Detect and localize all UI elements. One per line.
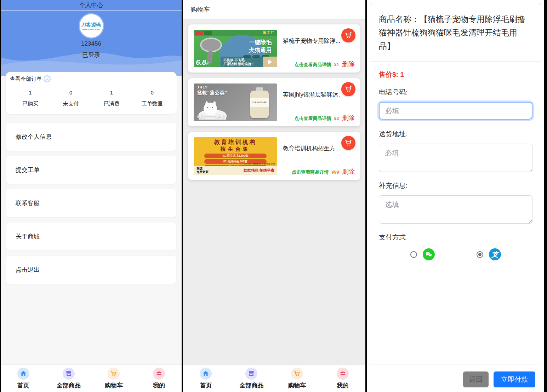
cart-icon	[108, 368, 120, 380]
phone-label: 电话号码:	[379, 88, 532, 97]
menu-item-about-mall[interactable]: 关于商城	[6, 223, 176, 250]
product-name: 商品名称：【猫梳子宠物专用除浮毛刷撸猫神器针梳狗狗猫咪毛发清理开结毛用品】	[370, 3, 541, 62]
cart-list: 淘工厂 一键除毛 犬猫通用 6.8起 不伤肤 不飞毛 厂家让利 限时疯抢！	[183, 19, 365, 186]
alipay-option: 支	[456, 248, 522, 260]
cart-panel: 购物车 淘工厂 一键除毛 犬猫通用 6.8起 不伤肤 不飞毛	[183, 0, 365, 392]
cart-badge-icon	[341, 28, 355, 42]
profile-hero: 刀客源码 www.dkewl.com 123456 已登录	[1, 11, 182, 76]
profile-header: 个人中心	[1, 0, 182, 11]
tab-mine[interactable]: 我的	[320, 368, 365, 390]
delete-button[interactable]: 删除	[342, 167, 355, 176]
address-textarea[interactable]	[379, 144, 532, 172]
profile-panel: 个人中心 刀客源码 www.dkewl.com 123456 已登录 查看全部订…	[1, 0, 182, 392]
pay-now-button[interactable]: 立即付款	[494, 371, 535, 387]
view-detail-link[interactable]: 点击查看商品详情	[295, 62, 331, 68]
cart-item-shampoo: JHLY 拯救“蒲公英” CLEAN&CARE 挑战——不掉毛！ 英国jhly银…	[188, 78, 360, 126]
extra-info-textarea[interactable]	[379, 195, 532, 224]
cart-item-education: 教育培训机构 招生合集 01.招生话术1290套 02.地推招生368套 03.…	[188, 132, 360, 180]
cart-badge-icon	[341, 136, 355, 150]
orders-arrow-icon: →	[44, 75, 51, 82]
promo-badge	[195, 31, 203, 35]
cart-icon	[291, 368, 303, 380]
home-icon	[17, 368, 29, 380]
item-price: ¥99	[331, 169, 339, 175]
orders-link-label: 查看全部订单	[10, 76, 42, 82]
phone-input[interactable]	[379, 102, 532, 120]
alipay-radio[interactable]	[477, 251, 483, 258]
stat-unpaid: 0 未支付	[51, 90, 91, 107]
cart-header: 购物车	[183, 0, 365, 19]
delete-button[interactable]: 删除	[342, 60, 355, 68]
profile-menu: 修改个人信息 提交工单 联系客服 关于商城 点击退出	[6, 123, 176, 284]
checkout-panel: 商品名称：【猫梳子宠物专用除浮毛刷撸猫神器针梳狗狗猫咪毛发清理开结毛用品】 售价…	[367, 0, 544, 392]
product-image-cat: JHLY 拯救“蒲公英” CLEAN&CARE 挑战——不掉毛！	[194, 83, 277, 121]
product-image-education: 教育培训机构 招生合集 01.招生话术1290套 02.地推招生368套 03.…	[194, 137, 277, 175]
tab-cart[interactable]: 购物车	[91, 368, 137, 390]
stat-tickets: 0 工单数量	[132, 90, 172, 107]
item-price: ¥2	[334, 116, 339, 121]
cart-title: 购物车	[191, 5, 210, 14]
brush-illustration	[200, 38, 222, 52]
username: 123456	[81, 40, 101, 47]
tabbar: 首页 全部商品 购物车 我的	[183, 364, 365, 392]
wechat-pay-icon[interactable]	[423, 248, 435, 260]
user-icon	[337, 368, 349, 380]
delete-button[interactable]: 删除	[342, 114, 355, 122]
promo-badge	[204, 31, 212, 35]
page-title: 个人中心	[79, 1, 103, 9]
cart-item-brush: 淘工厂 一键除毛 犬猫通用 6.8起 不伤肤 不飞毛 厂家让利 限时疯抢！	[188, 24, 360, 73]
menu-item-submit-ticket[interactable]: 提交工单	[6, 156, 176, 184]
wave-decoration	[1, 42, 182, 76]
home-icon	[200, 368, 212, 380]
view-detail-link[interactable]: 点击查看商品详情	[292, 169, 329, 175]
menu-item-contact-support[interactable]: 联系客服	[6, 189, 176, 217]
checkout-footer: 返回 立即付款	[370, 364, 541, 392]
tab-all-products[interactable]: 全部商品	[46, 368, 91, 390]
stats-row: 1 已购买 0 未支付 1 已消费 0 工单数量	[10, 90, 172, 107]
stat-consumed: 1 已消费	[91, 90, 132, 107]
cat-illustration	[204, 103, 217, 115]
avatar-logo-url: www.dkewl.com	[82, 28, 100, 30]
tab-home[interactable]: 首页	[1, 368, 46, 390]
shop-icon	[245, 368, 257, 380]
menu-item-edit-profile[interactable]: 修改个人信息	[6, 123, 176, 151]
tabbar: 首页 全部商品 购物车 我的	[1, 364, 182, 392]
tab-all-products[interactable]: 全部商品	[229, 368, 274, 390]
wechat-radio[interactable]	[410, 251, 417, 258]
menu-item-logout[interactable]: 点击退出	[6, 256, 176, 284]
wechat-pay-option	[389, 248, 456, 260]
app-root: 个人中心 刀客源码 www.dkewl.com 123456 已登录 查看全部订…	[0, 0, 547, 392]
alipay-icon[interactable]: 支	[489, 248, 501, 260]
login-status: 已登录	[82, 51, 100, 59]
product-image-brush: 淘工厂 一键除毛 犬猫通用 6.8起 不伤肤 不飞毛 厂家让利 限时疯抢！	[194, 30, 277, 67]
item-price: ¥1	[334, 62, 339, 67]
extra-info-label: 补充信息:	[379, 181, 532, 190]
orders-stats-card: 查看全部订单 → 1 已购买 0 未支付 1 已消费 0 工单数量	[6, 72, 177, 114]
view-detail-link[interactable]: 点击查看商品详情	[295, 115, 331, 122]
cart-item-title: 猫梳子宠物专用除浮...	[283, 37, 340, 45]
shop-icon	[63, 368, 75, 380]
tab-mine[interactable]: 我的	[136, 368, 182, 390]
tab-cart[interactable]: 购物车	[274, 368, 320, 390]
cart-badge-icon	[341, 82, 355, 96]
payment-options: 支	[379, 248, 532, 260]
stat-purchased: 1 已购买	[10, 90, 51, 107]
cart-item-title: 英国jhly银渐层猫咪沐...	[283, 91, 340, 99]
tab-home[interactable]: 首页	[183, 368, 229, 390]
avatar-logo-text: 刀客源码	[81, 22, 101, 28]
avatar: 刀客源码 www.dkewl.com	[80, 14, 103, 38]
user-icon	[153, 368, 165, 380]
address-label: 送货地址:	[379, 129, 532, 139]
checkout-card: 商品名称：【猫梳子宠物专用除浮毛刷撸猫神器针梳狗狗猫咪毛发清理开结毛用品】 售价…	[370, 3, 541, 392]
payment-method-label: 支付方式	[379, 233, 532, 242]
price-text: 售价$: 1	[379, 70, 532, 79]
view-all-orders-link[interactable]: 查看全部订单 →	[10, 75, 172, 82]
back-button[interactable]: 返回	[463, 371, 489, 387]
cart-item-title: 教育培训机构招生方...	[283, 145, 340, 152]
bottle-illustration: CLEAN&CARE	[250, 91, 269, 118]
